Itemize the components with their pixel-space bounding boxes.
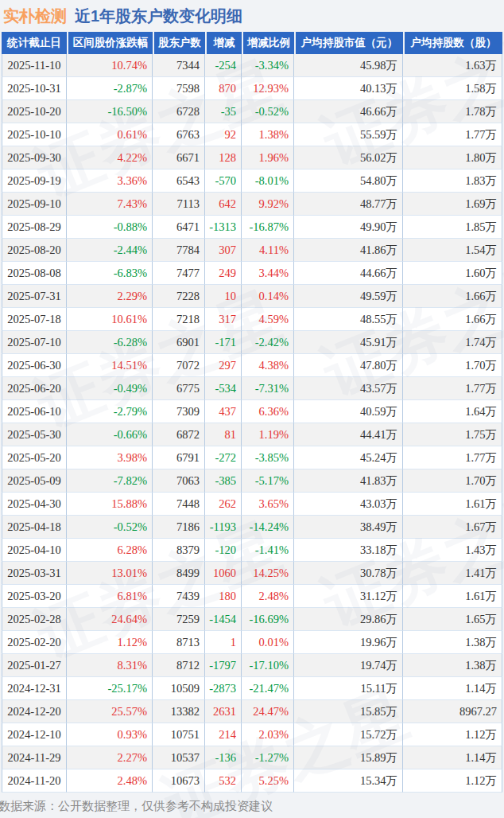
cell-avg-market-value: 40.13万 [294,77,403,100]
cell-date: 2025-05-20 [2,446,67,469]
cell-avg-market-value: 19.96万 [294,631,403,654]
cell-avg-shares: 1.85万 [403,216,502,239]
table-row: 2025-05-09-7.82%7063-385-5.17%41.83万1.70… [2,469,502,493]
cell-change-ratio: -0.52% [242,100,294,123]
cell-holder-count: 6543 [153,169,205,193]
cell-avg-shares: 1.12万 [403,723,502,746]
cell-date: 2025-07-18 [2,308,67,331]
cell-holder-count: 7309 [153,400,205,423]
cell-date: 2025-07-10 [2,331,67,354]
cell-change: -35 [205,100,242,123]
cell-pct-change: -0.88% [67,216,153,239]
title-bar: 实朴检测近1年股东户数变化明细 [3,6,242,27]
column-header-date: 统计截止日 [2,32,67,54]
cell-avg-shares: 1.54万 [403,239,502,262]
cell-avg-market-value: 33.18万 [294,539,403,562]
table-row: 2025-09-193.36%6543-570-8.01%54.80万1.83万 [2,169,502,193]
cell-date: 2025-06-30 [2,354,67,377]
cell-change-ratio: 4.38% [242,354,294,377]
cell-date: 2024-12-10 [2,723,67,746]
cell-change: 307 [205,239,242,262]
cell-change: -1797 [205,654,242,677]
cell-holder-count: 6471 [153,216,205,239]
cell-pct-change: 6.81% [67,585,153,608]
cell-date: 2025-08-08 [2,262,67,285]
cell-change: -120 [205,539,242,562]
cell-change: -1454 [205,608,242,631]
cell-holder-count: 7439 [153,585,205,608]
cell-avg-shares: 1.77万 [403,123,502,146]
cell-avg-shares: 1.75万 [403,423,502,446]
table-row: 2025-04-106.28%8379-120-1.41%33.18万1.43万 [2,539,502,562]
cell-holder-count: 6791 [153,446,205,469]
cell-change-ratio: 2.03% [242,723,294,746]
cell-change-ratio: -3.34% [242,54,294,77]
cell-holder-count: 7598 [153,77,205,100]
cell-pct-change: 7.43% [67,193,153,216]
cell-avg-market-value: 44.41万 [294,423,403,446]
cell-change-ratio: 6.36% [242,400,294,423]
cell-holder-count: 10537 [153,746,205,769]
cell-pct-change: -2.87% [67,77,153,100]
cell-change: -2873 [205,677,242,700]
cell-change-ratio: -1.41% [242,539,294,562]
table-row: 2024-11-292.27%10537-136-1.27%15.89万1.14… [2,746,502,769]
cell-avg-shares: 1.65万 [403,608,502,631]
cell-holder-count: 7344 [153,54,205,77]
cell-change: 437 [205,400,242,423]
cell-holder-count: 8499 [153,562,205,585]
table-row: 2025-10-20-16.50%6728-35-0.52%46.66万1.78… [2,100,502,123]
cell-holder-count: 13382 [153,700,205,723]
cell-date: 2025-03-31 [2,562,67,585]
cell-date: 2025-04-18 [2,516,67,539]
cell-avg-shares: 1.14万 [403,746,502,769]
cell-pct-change: 15.88% [67,493,153,516]
cell-holder-count: 7784 [153,239,205,262]
cell-change: 81 [205,423,242,446]
cell-change: 92 [205,123,242,146]
cell-pct-change: -16.50% [67,100,153,123]
table-row: 2025-02-2824.64%7259-1454-16.69%29.86万1.… [2,608,502,631]
cell-change: -1313 [205,216,242,239]
cell-change-ratio: -14.24% [242,516,294,539]
cell-date: 2024-11-29 [2,746,67,769]
cell-avg-market-value: 43.57万 [294,377,403,400]
cell-change: -1193 [205,516,242,539]
data-source-note: 数据来源：公开数据整理，仅供参考不构成投资建议 [0,799,273,814]
cell-avg-market-value: 15.89万 [294,746,403,769]
cell-pct-change: 0.93% [67,723,153,746]
cell-change-ratio: 3.44% [242,262,294,285]
cell-pct-change: -2.44% [67,239,153,262]
cell-holder-count: 6901 [153,331,205,354]
cell-avg-market-value: 44.66万 [294,262,403,285]
table-row: 2024-11-202.48%106735325.25%15.34万1.12万 [2,769,502,793]
table-row: 2025-02-201.12%871310.01%19.96万1.38万 [2,631,502,654]
cell-avg-shares: 1.70万 [403,469,502,493]
cell-change: 642 [205,193,242,216]
cell-change-ratio: -17.10% [242,654,294,677]
table-row: 2025-07-1810.61%72183174.59%48.55万1.66万 [2,308,502,331]
table-body: 2025-11-1010.74%7344-254-3.34%45.98万1.63… [2,54,502,793]
cell-date: 2025-09-19 [2,169,67,193]
cell-date: 2025-10-20 [2,100,67,123]
cell-holder-count: 8713 [153,631,205,654]
cell-pct-change: 3.98% [67,446,153,469]
cell-change-ratio: 0.01% [242,631,294,654]
cell-holder-count: 10673 [153,769,205,793]
cell-pct-change: -0.52% [67,516,153,539]
cell-avg-shares: 1.38万 [403,631,502,654]
cell-avg-market-value: 49.90万 [294,216,403,239]
cell-pct-change: 10.74% [67,54,153,77]
cell-date: 2025-07-31 [2,285,67,308]
cell-pct-change: 14.51% [67,354,153,377]
cell-avg-shares: 1.63万 [403,54,502,77]
cell-pct-change: -6.28% [67,331,153,354]
table-row: 2025-07-10-6.28%6901-171-2.42%45.91万1.74… [2,331,502,354]
cell-date: 2025-03-20 [2,585,67,608]
cell-change: 214 [205,723,242,746]
cell-date: 2025-09-10 [2,193,67,216]
cell-holder-count: 7186 [153,516,205,539]
cell-avg-market-value: 30.78万 [294,562,403,585]
cell-avg-market-value: 48.77万 [294,193,403,216]
column-header-change: 增减 [205,32,242,54]
